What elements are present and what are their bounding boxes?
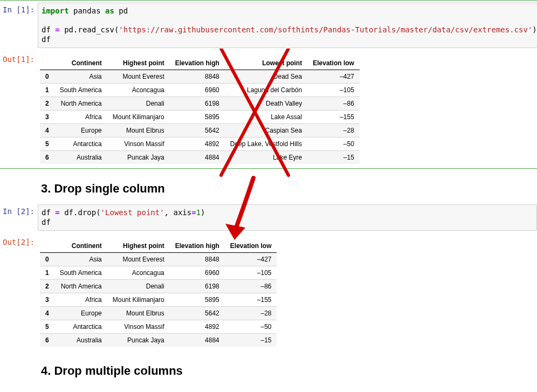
- table-cell: 4884: [170, 151, 225, 164]
- table-cell: Aconcagua: [107, 84, 170, 97]
- table-cell: Australia: [54, 151, 107, 164]
- table-cell: 8848: [170, 70, 225, 84]
- table-row: 3AfricaMount Kilimanjaro5895Lake Assal–1…: [40, 111, 360, 124]
- column-header: Continent: [54, 239, 107, 253]
- table-cell: –50: [225, 320, 277, 334]
- table-cell: 6960: [170, 84, 225, 97]
- row-index: 0: [40, 253, 54, 266]
- table-cell: Europe: [54, 307, 107, 320]
- table-row: 5AntarcticaVinson Massif4892–50: [40, 320, 277, 334]
- table-cell: 5895: [170, 293, 225, 307]
- row-index: 6: [40, 151, 54, 164]
- row-index: 1: [40, 266, 54, 280]
- output-cell-2: Out[2]: ContinentHighest pointElevation …: [0, 233, 537, 351]
- table-cell: –155: [307, 111, 360, 124]
- dataframe-table-2: ContinentHighest pointElevation highElev…: [40, 239, 277, 347]
- table-cell: Denali: [107, 97, 170, 111]
- table-cell: 6198: [170, 280, 225, 293]
- column-header: Lowest point: [225, 57, 307, 70]
- table-row: 2North AmericaDenali6198–86: [40, 280, 277, 293]
- table-row: 0AsiaMount Everest8848–427: [40, 253, 277, 266]
- table-cell: Denali: [107, 280, 170, 293]
- table-cell: Mount Elbrus: [107, 124, 170, 137]
- table-cell: 8848: [170, 253, 225, 266]
- table-row: 5AntarcticaVinson Massif4892Deep Lake, V…: [40, 137, 360, 151]
- table-cell: Caspian Sea: [225, 124, 307, 137]
- table-cell: Antarctica: [54, 320, 107, 334]
- table-row: 6AustraliaPuncak Jaya4884Lake Eyre–15: [40, 151, 360, 164]
- output-area-1: ContinentHighest pointElevation highLowe…: [38, 52, 537, 166]
- table-cell: 6198: [170, 97, 225, 111]
- column-header: Elevation high: [170, 239, 225, 253]
- table-cell: Puncak Jaya: [107, 334, 170, 347]
- column-header: Elevation high: [170, 57, 225, 70]
- table-cell: Vinson Massif: [107, 137, 170, 151]
- table-row: 0AsiaMount Everest8848Dead Sea–427: [40, 70, 360, 84]
- output-prompt-1: Out[1]:: [0, 52, 35, 64]
- row-index: 5: [40, 320, 54, 334]
- table-row: 1South AmericaAconcagua6960–105: [40, 266, 277, 280]
- column-header: Elevation low: [225, 239, 277, 253]
- table-cell: South America: [54, 84, 107, 97]
- section-heading-3: 3. Drop single column: [41, 182, 537, 196]
- table-cell: Mount Kilimanjaro: [107, 111, 170, 124]
- table-cell: –427: [225, 253, 277, 266]
- output-prompt-2: Out[2]:: [0, 235, 35, 246]
- table-cell: 5895: [170, 111, 225, 124]
- markdown-cell-1: 3. Drop single column: [0, 182, 537, 196]
- row-index: 2: [40, 97, 54, 111]
- table-cell: Deep Lake, Vestfold Hills: [225, 137, 307, 151]
- table-row: 4EuropeMount Elbrus5642Caspian Sea–28: [40, 124, 360, 137]
- table-cell: Dead Sea: [225, 70, 307, 84]
- table-cell: North America: [54, 280, 107, 293]
- column-header: Highest point: [107, 57, 170, 70]
- table-cell: –105: [307, 84, 360, 97]
- table-cell: –155: [225, 293, 277, 307]
- column-header: Continent: [54, 57, 107, 70]
- table-cell: Asia: [54, 253, 107, 266]
- table-cell: Laguna del Carbón: [225, 84, 307, 97]
- dataframe-table-1: ContinentHighest pointElevation highLowe…: [40, 57, 360, 164]
- row-index: 3: [40, 111, 54, 124]
- section-heading-4: 4. Drop multiple columns: [41, 364, 537, 378]
- output-cell-1: Out[1]: ContinentHighest pointElevation …: [0, 50, 537, 168]
- table-cell: Australia: [54, 334, 107, 347]
- code-input-1[interactable]: import pandas as pd df = pd.read_csv('ht…: [38, 3, 537, 48]
- table-cell: Asia: [54, 70, 107, 84]
- table-cell: Lake Assal: [225, 111, 307, 124]
- code-cell-1: In [1]: import pandas as pd df = pd.read…: [0, 1, 537, 50]
- input-prompt-1: In [1]:: [0, 3, 35, 14]
- table-cell: South America: [54, 266, 107, 280]
- row-index: 4: [40, 307, 54, 320]
- table-cell: –427: [307, 70, 360, 84]
- table-cell: Puncak Jaya: [107, 151, 170, 164]
- row-index: 1: [40, 84, 54, 97]
- table-cell: –86: [225, 280, 277, 293]
- table-cell: Vinson Massif: [107, 320, 170, 334]
- table-cell: Europe: [54, 124, 107, 137]
- table-cell: –105: [225, 266, 277, 280]
- table-row: 4EuropeMount Elbrus5642–28: [40, 307, 277, 320]
- table-row: 3AfricaMount Kilimanjaro5895–155: [40, 293, 277, 307]
- table-cell: –50: [307, 137, 360, 151]
- table-cell: –28: [225, 307, 277, 320]
- table-cell: Lake Eyre: [225, 151, 307, 164]
- table-row: 6AustraliaPuncak Jaya4884–15: [40, 334, 277, 347]
- table-cell: 4884: [170, 334, 225, 347]
- table-cell: –28: [307, 124, 360, 137]
- table-cell: Mount Kilimanjaro: [107, 293, 170, 307]
- table-cell: Africa: [54, 293, 107, 307]
- table-cell: Mount Everest: [107, 253, 170, 266]
- table-cell: Antarctica: [54, 137, 107, 151]
- code-input-2[interactable]: df = df.drop('Lowest point', axis=1) df: [38, 204, 537, 231]
- index-header: [40, 239, 54, 253]
- column-header: Highest point: [107, 239, 170, 253]
- table-cell: –15: [225, 334, 277, 347]
- row-index: 2: [40, 280, 54, 293]
- row-index: 4: [40, 124, 54, 137]
- column-header: Elevation low: [307, 57, 360, 70]
- row-index: 3: [40, 293, 54, 307]
- table-cell: 6960: [170, 266, 225, 280]
- row-index: 5: [40, 137, 54, 151]
- row-index: 6: [40, 334, 54, 347]
